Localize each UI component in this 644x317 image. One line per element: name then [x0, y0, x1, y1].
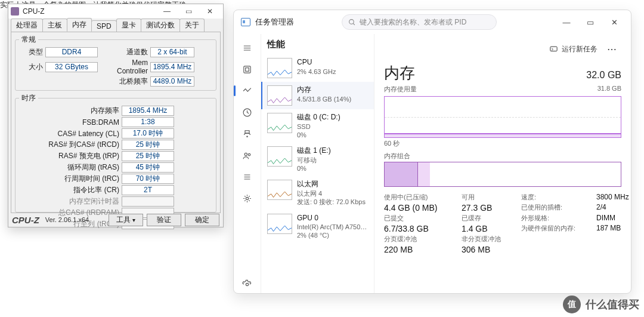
timing-value: 70 时钟 — [122, 174, 174, 184]
cpuz-titlebar[interactable]: CPU-Z — ▭ ✕ — [8, 4, 223, 19]
cpuz-app-icon — [11, 7, 19, 16]
nav-apphistory-icon[interactable] — [239, 103, 256, 121]
general-legend: 常规 — [19, 35, 38, 45]
svg-rect-6 — [246, 67, 249, 71]
type-label: 类型 — [19, 47, 43, 57]
minimize-button[interactable]: — — [156, 5, 178, 17]
cpuz-version: Ver. 2.06.1.x64 — [45, 216, 89, 223]
detail-pane: 运行新任务 ⋯ 内存 32.0 GB 内存使用量 31.8 GB 60 秒 内存… — [374, 34, 631, 293]
timing-value: 17.0 时钟 — [122, 128, 174, 139]
svg-point-15 — [246, 197, 248, 199]
channel-value: 2 x 64-bit — [150, 47, 194, 57]
timing-value: 1895.4 MHz — [122, 106, 174, 116]
panel-1e[interactable]: 磁盘 1 (E:)可移动0% — [261, 143, 374, 176]
panel-0cd[interactable]: 磁盘 0 (C: D:)SSD0% — [261, 109, 374, 143]
usage-label: 内存使用量 — [384, 85, 417, 94]
svg-rect-8 — [245, 130, 249, 133]
cpuz-tabbar: 处理器 主板 内存 SPD 显卡 测试分数 关于 — [8, 19, 223, 32]
size-label: 大小 — [19, 62, 43, 72]
tab-cpu[interactable]: 处理器 — [11, 19, 43, 32]
panel-gpu0[interactable]: GPU 0Intel(R) Arc(TM) A750…2% (48 °C) — [261, 210, 374, 244]
panel-[interactable]: 以太网以太网 4发送: 0 接收: 72.0 Kbps — [261, 176, 374, 210]
panel-sub: 可移动 — [297, 156, 331, 164]
panel-sub: 2% 4.63 GHz — [297, 67, 336, 76]
tab-spd[interactable]: SPD — [91, 20, 117, 32]
cpuz-footer: CPU-Z Ver. 2.06.1.x64 工具 验证 确定 — [8, 213, 223, 227]
nav-startup-icon[interactable] — [239, 125, 256, 143]
timing-label: FSB:DRAM — [31, 118, 119, 127]
panel-[interactable]: 内存4.5/31.8 GB (14%) — [261, 82, 374, 109]
panel-thumb — [267, 214, 292, 234]
tab-mainboard[interactable]: 主板 — [42, 19, 67, 32]
cpuz-body: 常规 类型 DDR4 通道数 2 x 64-bit 大小 32 GBytes M… — [11, 32, 221, 213]
mc-value: 1895.4 MHz — [150, 62, 194, 72]
size-value: 32 GBytes — [45, 62, 98, 72]
run-task-icon — [549, 45, 558, 54]
cpuz-title: CPU-Z — [23, 7, 45, 16]
panel-sub: Intel(R) Arc(TM) A750… — [297, 223, 367, 231]
memory-title: 内存 — [384, 63, 415, 84]
tab-about[interactable]: 关于 — [179, 19, 205, 32]
panel-thumb — [267, 146, 292, 167]
panel-name: 内存 — [297, 85, 351, 95]
type-value: DDR4 — [45, 47, 98, 57]
nav-services-icon[interactable] — [239, 189, 256, 207]
nav-settings-icon[interactable] — [239, 275, 256, 293]
search-input[interactable]: 键入要搜索的名称、发布者或 PID — [342, 14, 497, 30]
panel-thumb — [267, 113, 292, 133]
cpuz-brand: CPU-Z — [12, 215, 39, 225]
tm-close-button[interactable]: ✕ — [602, 13, 626, 31]
memory-composition-bar — [384, 162, 621, 187]
tm-maximize-button[interactable]: ▭ — [578, 13, 602, 31]
timing-label: 行周期时间 (tRC) — [31, 174, 119, 184]
nav-processes-icon[interactable] — [239, 60, 256, 78]
tm-title: 任务管理器 — [255, 17, 294, 27]
panel-sub2: 2% (48 °C) — [297, 231, 367, 239]
close-button[interactable]: ✕ — [199, 5, 221, 17]
timing-value: 2T — [122, 185, 174, 195]
timing-value-disabled — [122, 196, 174, 207]
tab-bench[interactable]: 测试分数 — [141, 19, 180, 32]
panel-sub: SSD — [297, 122, 340, 131]
svg-point-11 — [248, 153, 250, 156]
timing-label: 指令比率 (CR) — [31, 185, 119, 195]
tab-memory[interactable]: 内存 — [67, 18, 92, 32]
tm-minimize-button[interactable]: — — [555, 13, 578, 31]
search-icon — [348, 19, 356, 26]
run-new-task-button[interactable]: 运行新任务 — [544, 42, 602, 57]
nav-details-icon[interactable] — [239, 168, 256, 186]
panel-list: 性能 CPU2% 4.63 GHz内存4.5/31.8 GB (14%)磁盘 0… — [261, 34, 374, 293]
svg-point-10 — [244, 153, 247, 155]
composition-label: 内存组合 — [384, 152, 621, 161]
validate-button[interactable]: 验证 — [147, 214, 181, 226]
svg-point-9 — [247, 136, 247, 137]
memory-stats: 使用中(已压缩) 可用 速度: 3800 MHz 4.4 GB (0 MB) 2… — [384, 193, 621, 254]
svg-line-1 — [353, 23, 355, 25]
maximize-button[interactable]: ▭ — [178, 5, 199, 17]
timing-label: CAS# Latency (CL) — [31, 130, 119, 138]
panel-name: 磁盘 0 (C: D:) — [297, 113, 340, 122]
nav-users-icon[interactable] — [239, 146, 256, 164]
panel-name: CPU — [297, 58, 336, 67]
svg-rect-5 — [244, 66, 250, 72]
panel-cpu[interactable]: CPU2% 4.63 GHz — [261, 54, 374, 82]
watermark: 值 什么值得买 — [563, 296, 639, 313]
nb-value: 4489.0 MHz — [150, 76, 194, 87]
timings-legend: 时序 — [19, 93, 38, 103]
tab-graphics[interactable]: 显卡 — [116, 19, 141, 32]
timing-value: 1:38 — [122, 117, 174, 127]
panel-name: 磁盘 1 (E:) — [297, 146, 331, 156]
nav-performance-icon[interactable] — [239, 82, 256, 100]
hamburger-icon[interactable] — [239, 39, 256, 57]
more-button[interactable]: ⋯ — [602, 44, 621, 55]
tm-titlebar[interactable]: 任务管理器 键入要搜索的名称、发布者或 PID — ▭ ✕ — [234, 10, 631, 34]
nav-rail — [234, 34, 261, 293]
memory-total: 32.0 GB — [586, 70, 621, 81]
tools-button[interactable]: 工具 — [109, 214, 143, 226]
panel-sub: 以太网 4 — [297, 189, 366, 198]
ok-button[interactable]: 确定 — [185, 214, 219, 226]
svg-point-16 — [246, 283, 248, 285]
watermark-text: 什么值得买 — [586, 297, 639, 312]
svg-point-0 — [349, 19, 354, 24]
channel-label: 通道数 — [100, 47, 148, 57]
